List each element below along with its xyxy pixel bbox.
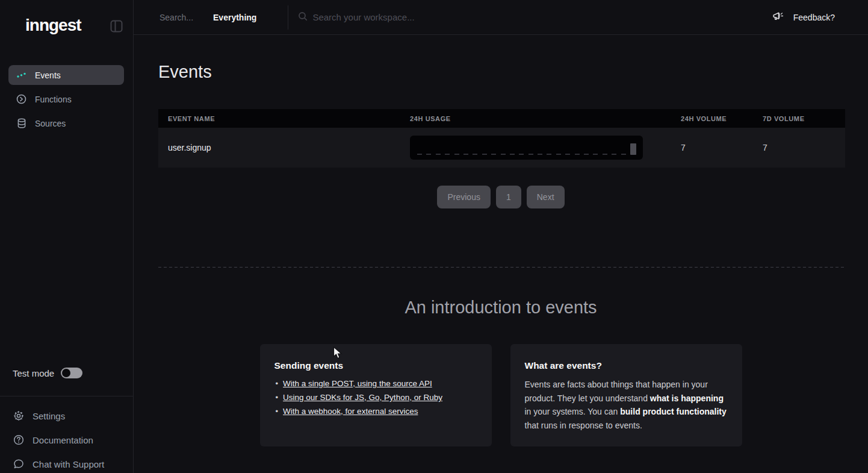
sending-events-card: Sending events • With a single POST, usi… — [260, 344, 492, 446]
sidebar-item-sources[interactable]: Sources — [8, 113, 124, 133]
sidebar-item-label: Functions — [35, 95, 72, 104]
topbar-divider — [288, 5, 288, 30]
topbar-right: Feedback? — [772, 11, 835, 24]
workspace-search-input[interactable] — [312, 12, 565, 22]
page-number-button[interactable]: 1 — [496, 186, 521, 208]
gear-icon — [13, 410, 24, 421]
sidebar-item-events[interactable]: Events — [8, 65, 124, 85]
bullet-dot: • — [276, 407, 279, 416]
sidebar-item-settings[interactable]: Settings — [13, 406, 128, 425]
what-are-events-card: What are events? Events are facts about … — [510, 344, 742, 446]
intro-cards: Sending events • With a single POST, usi… — [134, 344, 868, 446]
col-header-7d-volume: 7D VOLUME — [763, 115, 845, 122]
database-icon — [16, 118, 26, 128]
bullet-dot: • — [276, 393, 279, 402]
sidebar-item-chat-support[interactable]: Chat with Support — [13, 454, 128, 473]
bullet-dot: • — [276, 379, 279, 388]
help-circle-icon — [13, 434, 24, 445]
card-body: Events are facts about things that happe… — [525, 378, 728, 432]
usage-cell — [410, 136, 681, 160]
megaphone-icon[interactable] — [772, 11, 784, 24]
sidebar: inngest Events Funct — [0, 0, 134, 473]
test-mode-control: Test mode — [13, 368, 82, 378]
list-item: • With a single POST, using the source A… — [274, 379, 477, 388]
sidebar-nav: Events Functions Sources — [8, 65, 124, 137]
sidebar-item-label: Events — [35, 70, 61, 80]
table-header: EVENT NAME 24H USAGE 24H VOLUME 7D VOLUM… — [158, 109, 845, 128]
sidebar-divider — [0, 396, 134, 396]
sidebar-footer: Settings Documentation Chat with Support — [13, 406, 128, 473]
workspace-search — [298, 11, 772, 23]
col-header-24h-usage: 24H USAGE — [410, 115, 681, 122]
table-row[interactable]: user.signup 7 7 — [158, 128, 845, 168]
events-table: EVENT NAME 24H USAGE 24H VOLUME 7D VOLUM… — [158, 109, 845, 168]
previous-page-button[interactable]: Previous — [437, 186, 490, 208]
chat-bubble-icon — [13, 459, 24, 469]
test-mode-label: Test mode — [13, 368, 54, 378]
search-icon — [298, 11, 308, 23]
feedback-link[interactable]: Feedback? — [793, 13, 835, 22]
card-title: What are events? — [525, 360, 728, 371]
intro-heading: An introduction to events — [134, 298, 868, 318]
function-circle-icon — [16, 94, 26, 104]
link-source-api[interactable]: With a single POST, using the source API — [283, 379, 432, 388]
sidebar-footer-label: Chat with Support — [33, 459, 104, 469]
volume-24h-cell: 7 — [681, 143, 763, 152]
sidebar-item-label: Sources — [35, 119, 66, 128]
list-item: • Using our SDKs for JS, Go, Python, or … — [274, 393, 477, 402]
col-header-event-name: EVENT NAME — [158, 115, 410, 122]
event-name-cell[interactable]: user.signup — [158, 143, 410, 152]
test-mode-toggle[interactable] — [61, 368, 82, 378]
search-label[interactable]: Search... — [160, 13, 193, 22]
usage-sparkline-chart — [410, 136, 643, 160]
pagination: Previous 1 Next — [134, 186, 868, 208]
events-dots-icon — [16, 70, 26, 80]
sidebar-item-documentation[interactable]: Documentation — [13, 430, 128, 450]
sidebar-footer-label: Settings — [33, 411, 65, 421]
col-header-24h-volume: 24H VOLUME — [681, 115, 763, 122]
sidebar-footer-label: Documentation — [33, 435, 93, 445]
link-sdks[interactable]: Using our SDKs for JS, Go, Python, or Ru… — [283, 393, 442, 402]
next-page-button[interactable]: Next — [527, 186, 565, 208]
dashed-divider — [158, 267, 845, 268]
sidebar-item-functions[interactable]: Functions — [8, 89, 124, 109]
inngest-logo: inngest — [25, 16, 81, 35]
topbar: Search... Everything Feedback? — [134, 0, 868, 35]
link-webhook[interactable]: With a webhook, for external services — [283, 407, 418, 416]
search-scope-selector[interactable]: Everything — [213, 13, 256, 22]
card-title: Sending events — [274, 360, 477, 371]
page-title: Events — [158, 62, 212, 82]
sending-events-links: • With a single POST, using the source A… — [274, 379, 477, 416]
sidebar-collapse-icon[interactable] — [110, 20, 123, 33]
volume-7d-cell: 7 — [763, 143, 845, 152]
main-content: Events EVENT NAME 24H USAGE 24H VOLUME 7… — [134, 35, 868, 473]
list-item: • With a webhook, for external services — [274, 407, 477, 416]
toggle-knob — [62, 369, 70, 377]
